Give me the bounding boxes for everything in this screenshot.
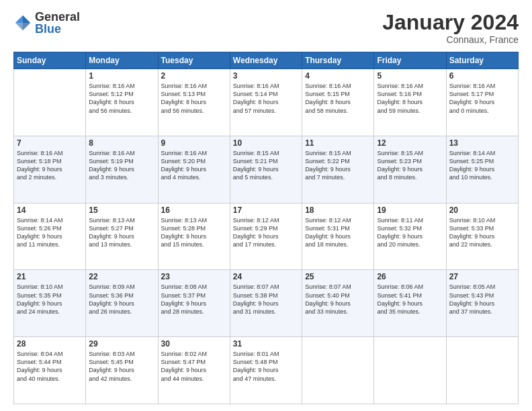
day-header-wednesday: Wednesday <box>230 52 302 69</box>
logo-text: General Blue <box>35 11 80 35</box>
day-number: 28 <box>17 339 83 349</box>
logo-icon <box>13 13 32 32</box>
header: General Blue January 2024 Connaux, Franc… <box>13 11 519 45</box>
day-info: Sunrise: 8:16 AM Sunset: 5:19 PM Dayligh… <box>89 149 154 182</box>
calendar-cell: 31Sunrise: 8:01 AM Sunset: 5:48 PM Dayli… <box>230 337 302 404</box>
calendar-cell <box>374 337 446 404</box>
calendar-cell: 22Sunrise: 8:09 AM Sunset: 5:36 PM Dayli… <box>86 270 158 337</box>
day-info: Sunrise: 8:10 AM Sunset: 5:33 PM Dayligh… <box>449 216 515 249</box>
day-info: Sunrise: 8:14 AM Sunset: 5:25 PM Dayligh… <box>449 149 515 182</box>
day-number: 10 <box>233 138 299 148</box>
day-info: Sunrise: 8:10 AM Sunset: 5:35 PM Dayligh… <box>17 283 83 316</box>
day-number: 17 <box>233 205 299 215</box>
day-info: Sunrise: 8:16 AM Sunset: 5:12 PM Dayligh… <box>89 82 154 115</box>
day-number: 4 <box>305 71 371 81</box>
day-number: 29 <box>89 339 154 349</box>
day-number: 14 <box>17 205 83 215</box>
day-info: Sunrise: 8:06 AM Sunset: 5:41 PM Dayligh… <box>377 283 443 316</box>
day-number: 22 <box>89 272 154 281</box>
day-number: 9 <box>161 138 227 148</box>
day-info: Sunrise: 8:13 AM Sunset: 5:27 PM Dayligh… <box>89 216 154 249</box>
calendar-table: SundayMondayTuesdayWednesdayThursdayFrid… <box>13 52 519 404</box>
day-number: 8 <box>89 138 154 148</box>
day-number: 5 <box>377 71 443 81</box>
day-info: Sunrise: 8:11 AM Sunset: 5:32 PM Dayligh… <box>377 216 443 249</box>
day-info: Sunrise: 8:01 AM Sunset: 5:48 PM Dayligh… <box>233 350 299 383</box>
calendar-cell: 26Sunrise: 8:06 AM Sunset: 5:41 PM Dayli… <box>374 270 446 337</box>
day-number: 20 <box>449 205 515 215</box>
day-number: 26 <box>377 272 443 281</box>
calendar-week-4: 21Sunrise: 8:10 AM Sunset: 5:35 PM Dayli… <box>14 270 519 337</box>
day-number: 16 <box>161 205 227 215</box>
svg-marker-0 <box>23 15 30 23</box>
calendar-week-3: 14Sunrise: 8:14 AM Sunset: 5:26 PM Dayli… <box>14 203 519 270</box>
day-number: 11 <box>305 138 371 148</box>
calendar-cell: 11Sunrise: 8:15 AM Sunset: 5:22 PM Dayli… <box>302 136 374 203</box>
day-info: Sunrise: 8:14 AM Sunset: 5:26 PM Dayligh… <box>17 216 83 249</box>
calendar-header-row: SundayMondayTuesdayWednesdayThursdayFrid… <box>14 52 519 69</box>
day-header-saturday: Saturday <box>446 52 518 69</box>
svg-marker-3 <box>23 23 30 30</box>
calendar-cell: 20Sunrise: 8:10 AM Sunset: 5:33 PM Dayli… <box>446 203 518 270</box>
day-info: Sunrise: 8:05 AM Sunset: 5:43 PM Dayligh… <box>449 283 515 316</box>
title-block: January 2024 Connaux, France <box>382 11 519 45</box>
day-number: 30 <box>161 339 227 349</box>
day-info: Sunrise: 8:16 AM Sunset: 5:16 PM Dayligh… <box>377 82 443 115</box>
day-info: Sunrise: 8:16 AM Sunset: 5:18 PM Dayligh… <box>17 149 83 182</box>
calendar-cell: 28Sunrise: 8:04 AM Sunset: 5:44 PM Dayli… <box>14 337 86 404</box>
page: General Blue January 2024 Connaux, Franc… <box>0 0 532 411</box>
calendar-cell: 6Sunrise: 8:16 AM Sunset: 5:17 PM Daylig… <box>446 69 518 136</box>
day-header-tuesday: Tuesday <box>158 52 230 69</box>
calendar-cell: 25Sunrise: 8:07 AM Sunset: 5:40 PM Dayli… <box>302 270 374 337</box>
month-title: January 2024 <box>382 11 519 34</box>
calendar-cell: 3Sunrise: 8:16 AM Sunset: 5:14 PM Daylig… <box>230 69 302 136</box>
day-number: 12 <box>377 138 443 148</box>
day-number: 3 <box>233 71 299 81</box>
day-number: 13 <box>449 138 515 148</box>
calendar-cell: 17Sunrise: 8:12 AM Sunset: 5:29 PM Dayli… <box>230 203 302 270</box>
calendar-cell: 9Sunrise: 8:16 AM Sunset: 5:20 PM Daylig… <box>158 136 230 203</box>
day-info: Sunrise: 8:16 AM Sunset: 5:15 PM Dayligh… <box>305 82 371 115</box>
day-info: Sunrise: 8:16 AM Sunset: 5:20 PM Dayligh… <box>161 149 227 182</box>
location: Connaux, France <box>382 34 519 45</box>
day-info: Sunrise: 8:15 AM Sunset: 5:22 PM Dayligh… <box>305 149 371 182</box>
calendar-cell <box>14 69 86 136</box>
day-info: Sunrise: 8:07 AM Sunset: 5:38 PM Dayligh… <box>233 283 299 316</box>
day-number: 24 <box>233 272 299 281</box>
day-info: Sunrise: 8:16 AM Sunset: 5:17 PM Dayligh… <box>449 82 515 115</box>
calendar-week-2: 7Sunrise: 8:16 AM Sunset: 5:18 PM Daylig… <box>14 136 519 203</box>
day-info: Sunrise: 8:15 AM Sunset: 5:23 PM Dayligh… <box>377 149 443 182</box>
day-number: 7 <box>17 138 83 148</box>
day-info: Sunrise: 8:15 AM Sunset: 5:21 PM Dayligh… <box>233 149 299 182</box>
day-header-sunday: Sunday <box>14 52 86 69</box>
calendar-cell: 19Sunrise: 8:11 AM Sunset: 5:32 PM Dayli… <box>374 203 446 270</box>
day-number: 23 <box>161 272 227 281</box>
day-info: Sunrise: 8:13 AM Sunset: 5:28 PM Dayligh… <box>161 216 227 249</box>
day-info: Sunrise: 8:16 AM Sunset: 5:14 PM Dayligh… <box>233 82 299 115</box>
calendar-cell: 24Sunrise: 8:07 AM Sunset: 5:38 PM Dayli… <box>230 270 302 337</box>
day-number: 18 <box>305 205 371 215</box>
day-info: Sunrise: 8:09 AM Sunset: 5:36 PM Dayligh… <box>89 283 154 316</box>
day-number: 1 <box>89 71 154 81</box>
calendar-cell: 14Sunrise: 8:14 AM Sunset: 5:26 PM Dayli… <box>14 203 86 270</box>
day-number: 21 <box>17 272 83 281</box>
calendar-cell: 27Sunrise: 8:05 AM Sunset: 5:43 PM Dayli… <box>446 270 518 337</box>
calendar-cell: 30Sunrise: 8:02 AM Sunset: 5:47 PM Dayli… <box>158 337 230 404</box>
calendar-cell: 16Sunrise: 8:13 AM Sunset: 5:28 PM Dayli… <box>158 203 230 270</box>
logo-blue: Blue <box>35 23 80 35</box>
calendar-cell <box>446 337 518 404</box>
calendar-cell: 7Sunrise: 8:16 AM Sunset: 5:18 PM Daylig… <box>14 136 86 203</box>
day-info: Sunrise: 8:02 AM Sunset: 5:47 PM Dayligh… <box>161 350 227 383</box>
calendar-cell: 18Sunrise: 8:12 AM Sunset: 5:31 PM Dayli… <box>302 203 374 270</box>
day-header-thursday: Thursday <box>302 52 374 69</box>
day-header-monday: Monday <box>86 52 158 69</box>
day-number: 6 <box>449 71 515 81</box>
calendar-cell: 13Sunrise: 8:14 AM Sunset: 5:25 PM Dayli… <box>446 136 518 203</box>
calendar-cell: 2Sunrise: 8:16 AM Sunset: 5:13 PM Daylig… <box>158 69 230 136</box>
day-number: 27 <box>449 272 515 281</box>
calendar-cell: 12Sunrise: 8:15 AM Sunset: 5:23 PM Dayli… <box>374 136 446 203</box>
svg-marker-2 <box>15 23 23 30</box>
svg-marker-1 <box>15 15 23 23</box>
calendar-cell: 21Sunrise: 8:10 AM Sunset: 5:35 PM Dayli… <box>14 270 86 337</box>
calendar-cell: 23Sunrise: 8:08 AM Sunset: 5:37 PM Dayli… <box>158 270 230 337</box>
